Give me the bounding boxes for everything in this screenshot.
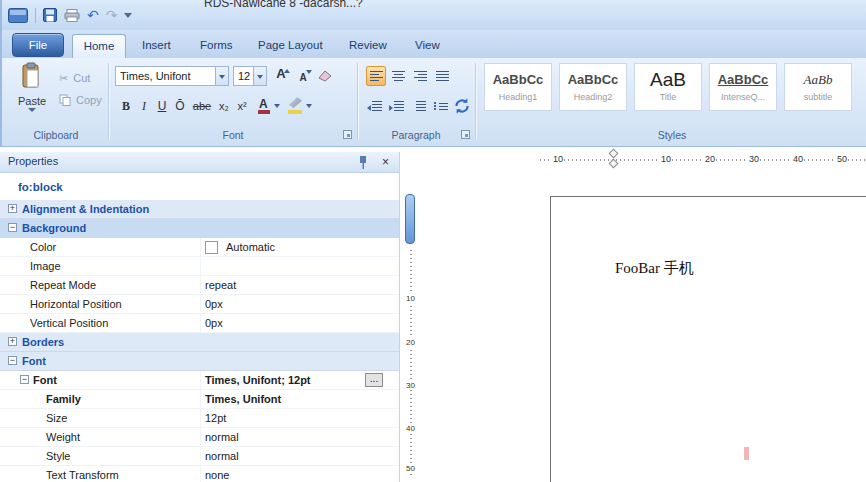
font-color-swatch xyxy=(258,110,270,114)
ruler-number: 40 xyxy=(792,154,804,164)
list-button[interactable] xyxy=(430,96,450,116)
property-row-image[interactable]: Image xyxy=(0,257,399,276)
property-row-horizontal-position[interactable]: Horizontal Position 0px xyxy=(0,295,399,314)
expand-icon[interactable]: + xyxy=(8,337,17,346)
style-card-heading2[interactable]: AaBbCc Heading2 xyxy=(559,63,627,111)
toolbar-options-caret-icon[interactable] xyxy=(124,13,132,18)
style-card-subtitle[interactable]: AaBb subtitle xyxy=(784,63,852,111)
dialog-launcher-icon[interactable] xyxy=(461,130,470,139)
category-background[interactable]: − Background xyxy=(0,219,399,238)
chevron-down-icon[interactable] xyxy=(306,104,312,108)
text-highlight-button[interactable] xyxy=(287,96,313,116)
property-value[interactable]: 0px xyxy=(205,295,223,313)
selected-object-name: fo:block xyxy=(18,181,63,193)
property-value[interactable]: repeat xyxy=(205,276,236,294)
property-value[interactable]: Times, Unifont xyxy=(205,390,281,408)
close-icon[interactable]: × xyxy=(382,154,389,170)
style-card-title[interactable]: AaB Title xyxy=(634,63,702,111)
undo-icon[interactable]: ↶ xyxy=(87,7,99,23)
group-label-font: Font xyxy=(109,129,357,141)
underline-button[interactable]: U xyxy=(153,96,171,116)
tab-insert[interactable]: Insert xyxy=(142,39,171,51)
chevron-down-icon[interactable] xyxy=(215,67,228,85)
decrease-indent-button[interactable] xyxy=(364,96,384,116)
indent-marker[interactable] xyxy=(609,150,618,170)
tab-view[interactable]: View xyxy=(415,39,440,51)
tab-forms[interactable]: Forms xyxy=(200,39,233,51)
justify-button[interactable] xyxy=(432,66,452,86)
redo-icon[interactable]: ↷ xyxy=(106,7,118,23)
grow-font-button[interactable]: A xyxy=(271,66,291,86)
style-card-heading1[interactable]: AaBbCc Heading1 xyxy=(484,63,552,111)
tab-review[interactable]: Review xyxy=(349,39,387,51)
chevron-down-icon[interactable] xyxy=(253,67,266,85)
property-row-size[interactable]: Size 12pt xyxy=(0,409,399,428)
pin-icon[interactable] xyxy=(357,155,369,169)
app-icon[interactable] xyxy=(8,8,28,23)
property-row-text-transform[interactable]: Text Transform none xyxy=(0,466,399,482)
category-label: Borders xyxy=(22,333,64,351)
arrow-left-icon xyxy=(367,105,371,111)
document-page[interactable]: FooBar 手机 xyxy=(550,196,866,482)
paste-button[interactable]: Paste xyxy=(11,62,53,128)
line-spacing-button[interactable] xyxy=(408,96,428,116)
property-value[interactable]: normal xyxy=(205,447,239,465)
property-label: Size xyxy=(46,409,67,427)
save-icon[interactable] xyxy=(43,8,57,22)
clear-formatting-eraser-icon[interactable] xyxy=(317,68,333,82)
property-value[interactable]: normal xyxy=(205,428,239,446)
shrink-font-button[interactable]: A xyxy=(293,66,313,86)
property-value[interactable]: Times, Unifont; 12pt xyxy=(205,371,311,389)
property-row-weight[interactable]: Weight normal xyxy=(0,428,399,447)
align-right-button[interactable] xyxy=(410,66,430,86)
document-area[interactable]: 10 10 20 30 40 50 10 20 30 40 50 xyxy=(401,152,866,482)
property-row-family[interactable]: Family Times, Unifont xyxy=(0,390,399,409)
align-center-button[interactable] xyxy=(388,66,408,86)
increase-indent-button[interactable] xyxy=(386,96,406,116)
bold-button[interactable]: B xyxy=(117,96,135,116)
dialog-launcher-icon[interactable] xyxy=(343,130,352,139)
font-color-button[interactable]: A xyxy=(257,96,281,116)
tab-file[interactable]: File xyxy=(12,33,64,57)
category-alignment-indentation[interactable]: + Alignment & Indentation xyxy=(0,200,399,219)
font-size-combo[interactable]: 12 xyxy=(233,66,267,86)
copy-button[interactable]: Copy xyxy=(59,91,102,109)
property-row-font[interactable]: − Font Times, Unifont; 12pt ... xyxy=(0,371,399,390)
property-row-repeat-mode[interactable]: Repeat Mode repeat xyxy=(0,276,399,295)
paste-caret-icon[interactable] xyxy=(28,108,36,112)
document-text[interactable]: FooBar 手机 xyxy=(615,259,694,278)
property-value[interactable]: Automatic xyxy=(226,238,275,256)
scroll-thumb[interactable] xyxy=(405,194,415,244)
strikethrough-button[interactable]: abe xyxy=(189,96,215,116)
font-name-combo[interactable]: Times, Unifont xyxy=(115,66,229,86)
property-row-color[interactable]: Color Automatic xyxy=(0,238,399,257)
indent-marker-top[interactable] xyxy=(609,149,619,159)
property-row-style[interactable]: Style normal xyxy=(0,447,399,466)
subscript-button[interactable]: x₂ xyxy=(215,96,233,116)
refresh-icon[interactable] xyxy=(453,97,471,115)
collapse-icon[interactable]: − xyxy=(8,223,17,232)
color-swatch[interactable] xyxy=(205,241,218,254)
style-card-intense-quote[interactable]: AaBbCc IntenseQ... xyxy=(709,63,777,111)
property-value[interactable]: 12pt xyxy=(205,409,226,427)
tab-page-layout[interactable]: Page Layout xyxy=(258,39,323,51)
indent-marker-bottom[interactable] xyxy=(609,159,619,169)
collapse-icon[interactable]: − xyxy=(8,356,17,365)
align-left-button[interactable] xyxy=(366,66,386,86)
tab-home[interactable]: Home xyxy=(72,34,126,58)
cut-label: Cut xyxy=(73,72,90,84)
category-font[interactable]: − Font xyxy=(0,352,399,371)
chevron-down-icon[interactable] xyxy=(274,104,280,108)
italic-button[interactable]: I xyxy=(135,96,153,116)
property-row-vertical-position[interactable]: Vertical Position 0px xyxy=(0,314,399,333)
property-value[interactable]: none xyxy=(205,466,229,482)
ellipsis-button[interactable]: ... xyxy=(365,373,383,387)
cut-button[interactable]: ✂ Cut xyxy=(59,69,90,87)
print-icon[interactable] xyxy=(64,9,80,22)
category-borders[interactable]: + Borders xyxy=(0,333,399,352)
overline-button[interactable]: Ō xyxy=(171,96,189,116)
property-value[interactable]: 0px xyxy=(205,314,223,332)
expand-icon[interactable]: + xyxy=(8,204,17,213)
superscript-button[interactable]: x² xyxy=(233,96,251,116)
collapse-icon[interactable]: − xyxy=(20,375,29,384)
